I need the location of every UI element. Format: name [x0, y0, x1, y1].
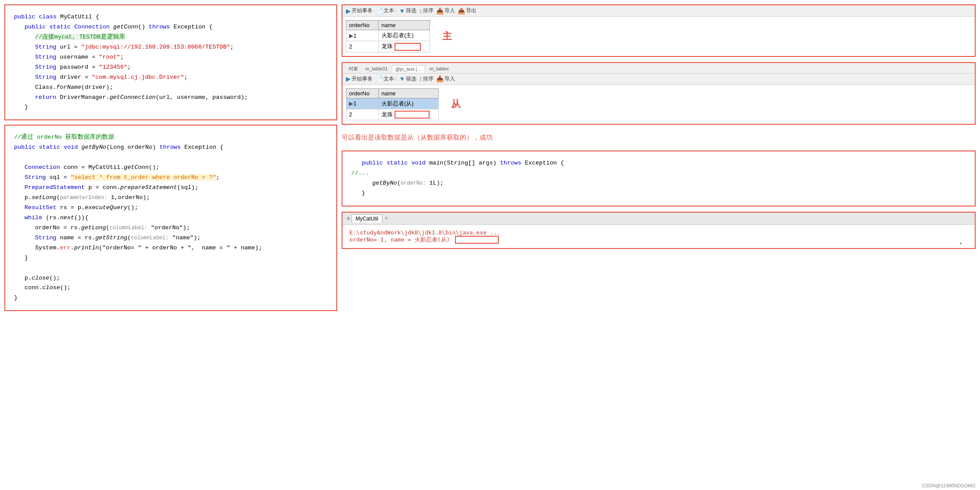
sub-toolbar-text[interactable]: 📄 文本 ·: [375, 75, 396, 83]
code-line: orderNo = rs.getLong(columnLabel: "order…: [14, 223, 328, 233]
console-dot: .: [958, 236, 963, 246]
cell-orderno: 2: [346, 41, 379, 52]
cell-name: 火影忍者(主): [378, 30, 430, 41]
export-label: 导出: [466, 7, 476, 14]
code-line: [14, 153, 328, 163]
console-box: ≡ MyCatUtil × E:\studyAndWork\jdk8\jdk1.…: [342, 212, 976, 249]
db-sub-table-area: orderNo name ▶1 火影忍者(从) 2 龙珠: [342, 85, 975, 124]
code-line: }: [351, 189, 966, 199]
tab-duijia[interactable]: 对家: [346, 65, 361, 73]
code-line: public static void main(String[] args) t…: [351, 158, 966, 168]
code-line: }: [14, 102, 328, 112]
db-sub-panel: 对家 m_table01 @jn_test (… m_tablec ▶ 开始事务…: [342, 62, 976, 125]
code-line: conn.close();: [14, 283, 328, 293]
console-body: E:\studyAndWork\jdk8\jdk1.8\bin\java.exe…: [342, 225, 975, 248]
code-line: String password = "123456";: [14, 63, 328, 73]
code-line: String driver = "com.mysql.cj.jdbc.Drive…: [14, 73, 328, 83]
db-main-table-area: orderNo name ▶1 火影忍者(主) 2 龙珠: [342, 17, 975, 56]
begin-tx-icon: ▶: [346, 7, 351, 14]
console-path: E:\studyAndWork\jdk8\jdk1.8\bin\java.exe…: [349, 229, 968, 236]
sub-label: 从: [451, 98, 461, 111]
code-line: String url = "jdbc:mysql://192.168.209.1…: [14, 42, 328, 52]
code-line: //连接mycat, TESTDB是逻辑库: [14, 32, 328, 42]
sub-filter-label: 筛选: [406, 75, 416, 83]
sub-col-header-name: name: [378, 88, 438, 98]
sub-import-label: 导入: [444, 75, 455, 83]
toolbar-filter[interactable]: ▼ 筛选: [399, 7, 416, 14]
code-content-1: public class MyCatUtil { public static C…: [14, 12, 328, 112]
db-sub-tabs: 对家 m_table01 @jn_test (… m_tablec: [342, 63, 975, 74]
sub-begin-tx-label: 开始事务: [352, 75, 373, 83]
sub-toolbar-import[interactable]: 📥 导入: [436, 75, 455, 83]
sub-col-header-orderno: orderNo: [346, 88, 379, 98]
code-line: System.err.println("orderNo= " + orderNo…: [14, 243, 328, 253]
code-line: PreparedStatement p = conn.prepareStatem…: [14, 183, 328, 193]
code-line: ResultSet rs = p.executeQuery();: [14, 203, 328, 213]
sort-icon: ↕: [419, 7, 422, 14]
sub-sort-label: 排序: [423, 75, 434, 83]
code-line: return DriverManager.getConnection(url, …: [14, 93, 328, 103]
col-header-name: name: [378, 21, 430, 30]
code-line: p.setLong(parameterIndex: 1,orderNo);: [14, 193, 328, 203]
sort-label: 排序: [423, 7, 434, 14]
toolbar-import[interactable]: 📥 导入: [436, 7, 455, 14]
sub-toolbar-begin-tx[interactable]: ▶ 开始事务: [346, 75, 373, 83]
text-label: 文本: [384, 7, 394, 14]
code-line: String username = "root";: [14, 52, 328, 63]
cell-orderno: 2: [346, 109, 379, 120]
code-line: //通过 orderNo 获取数据库的数据: [14, 133, 328, 143]
import-icon: 📥: [436, 7, 444, 14]
toolbar-begin-tx[interactable]: ▶ 开始事务: [346, 7, 373, 14]
toolbar-sort[interactable]: ↕ 排序: [419, 7, 434, 14]
sub-text-icon: 📄: [375, 75, 383, 82]
code-line: p.close();: [14, 273, 328, 284]
code-box-2: //通过 orderNo 获取数据库的数据 public static void…: [4, 125, 337, 311]
tab-m-tablec[interactable]: m_tablec: [427, 65, 452, 72]
table-row[interactable]: 2 龙珠: [346, 41, 430, 52]
code-line: }: [14, 253, 328, 263]
table-row[interactable]: ▶1 火影忍者(主): [346, 30, 430, 41]
db-sub-table: orderNo name ▶1 火影忍者(从) 2 龙珠: [346, 88, 439, 121]
import-label: 导入: [444, 7, 455, 14]
export-icon: 📤: [458, 7, 465, 14]
tab-jn-test[interactable]: @jn_test (…: [392, 65, 425, 73]
filter-label: 筛选: [406, 7, 416, 14]
cell-arrow: ▶1: [346, 30, 379, 41]
filter-icon: ▼: [399, 7, 405, 14]
code-line: Class.forName(driver);: [14, 83, 328, 93]
right-panel: ▶ 开始事务 📄 文本 · ▼ 筛选 ↕ 排序 📥: [342, 4, 976, 486]
table-row[interactable]: 2 龙珠: [346, 109, 439, 120]
sub-toolbar-filter[interactable]: ▼ 筛选: [399, 75, 416, 83]
code-content-3: public static void main(String[] args) t…: [351, 158, 966, 199]
toolbar-text[interactable]: 📄 文本 ·: [375, 7, 396, 14]
console-tab[interactable]: MyCatUtil: [352, 214, 382, 223]
console-header: ≡ MyCatUtil ×: [342, 213, 975, 225]
main-label: 主: [442, 30, 452, 43]
code-line: public class MyCatUtil {: [14, 12, 328, 22]
dot-sep: ·: [395, 8, 396, 14]
tab-m-table01[interactable]: m_table01: [363, 65, 390, 72]
sub-toolbar-sort[interactable]: ↕ 排序: [419, 75, 434, 83]
code-line: [14, 263, 328, 273]
col-header-orderno: orderNo: [346, 21, 379, 30]
db-main-table: orderNo name ▶1 火影忍者(主) 2 龙珠: [346, 20, 430, 52]
console-output: orderNo= 1, name = 火影忍者(从) .: [349, 236, 968, 244]
code-line: }: [14, 293, 328, 303]
success-text: 可以看出是读取数据是从（从数据库获取的），成功: [342, 130, 976, 145]
sub-sort-icon: ↕: [419, 75, 422, 82]
toolbar-export[interactable]: 📤 导出: [458, 7, 476, 14]
text-icon: 📄: [375, 7, 383, 14]
code-line: Connection conn = MyCatUtil.getConn();: [14, 163, 328, 173]
cell-orderno: ▶1: [346, 98, 379, 109]
code-line: String name = rs.getString(columnLabel: …: [14, 233, 328, 243]
code-line: //...: [351, 168, 966, 178]
db-main-panel: ▶ 开始事务 📄 文本 · ▼ 筛选 ↕ 排序 📥: [342, 4, 976, 57]
code-line: getByNo(orderNo: 1L);: [351, 178, 966, 189]
watermark: CSDN@12480NDSOMG: [922, 483, 976, 488]
table-row[interactable]: ▶1 火影忍者(从): [346, 98, 439, 109]
db-sub-toolbar: ▶ 开始事务 📄 文本 · ▼ 筛选 ↕ 排序 📥: [342, 74, 975, 85]
code-line: while (rs.next()){: [14, 213, 328, 223]
code-box-3: public static void main(String[] args) t…: [342, 150, 976, 206]
console-close-icon[interactable]: ×: [385, 215, 388, 221]
cell-name: 龙珠: [378, 41, 430, 52]
